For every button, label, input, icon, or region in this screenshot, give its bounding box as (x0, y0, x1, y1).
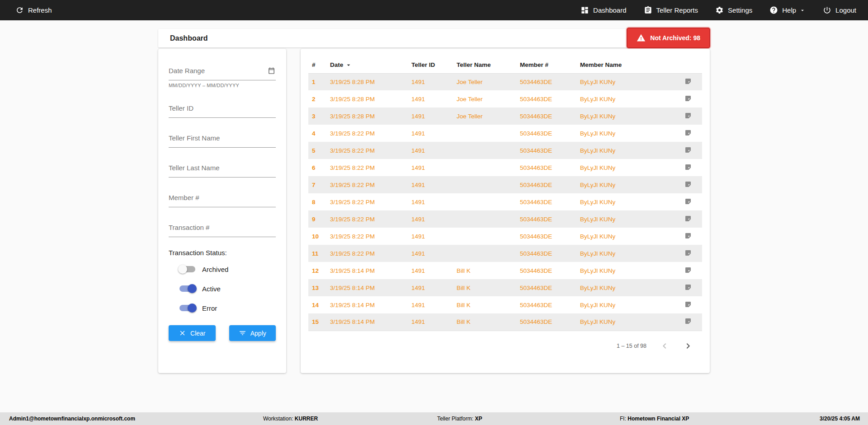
toggle-switch[interactable] (179, 266, 195, 272)
calendar-icon[interactable] (268, 67, 275, 75)
cell-member-num: 5034463DE (516, 228, 576, 245)
note-icon[interactable] (684, 129, 692, 136)
not-archived-badge[interactable]: Not Archived: 98 (627, 28, 710, 48)
cell-num: 9 (308, 210, 326, 228)
cell-date: 3/19/25 8:14 PM (326, 262, 408, 279)
note-icon[interactable] (684, 181, 692, 188)
table-row[interactable]: 3 3/19/25 8:28 PM 1491 Joe Teller 503446… (308, 107, 702, 125)
cell-member-num: 5034463DE (516, 279, 576, 296)
note-icon[interactable] (684, 112, 692, 119)
status-toggle-row[interactable]: Archived (179, 264, 276, 275)
nav-dashboard-label: Dashboard (593, 6, 626, 14)
note-icon[interactable] (684, 163, 692, 171)
table-row[interactable]: 6 3/19/25 8:22 PM 1491 5034463DE ByLyJl … (308, 159, 702, 176)
transaction-status-label: Transaction Status: (169, 249, 276, 257)
cell-teller-name: Bill K (453, 262, 516, 279)
table-row[interactable]: 14 3/19/25 8:14 PM 1491 Bill K 5034463DE… (308, 296, 702, 313)
cell-teller-name: Joe Teller (453, 90, 516, 107)
col-header-date-label: Date (330, 61, 343, 68)
table-row[interactable]: 4 3/19/25 8:22 PM 1491 5034463DE ByLyJl … (308, 125, 702, 142)
note-icon[interactable] (684, 78, 692, 85)
filter-input[interactable] (169, 62, 276, 80)
transactions-table: # Date Teller ID Teller Name Member # Me… (308, 57, 702, 331)
cell-teller-name: Joe Teller (453, 73, 516, 90)
table-row[interactable]: 11 3/19/25 8:22 PM 1491 5034463DE ByLyJl… (308, 245, 702, 262)
filter-input[interactable] (169, 189, 276, 207)
cell-teller-id: 1491 (408, 210, 453, 228)
table-row[interactable]: 7 3/19/25 8:22 PM 1491 5034463DE ByLyJl … (308, 176, 702, 193)
note-icon[interactable] (684, 318, 692, 325)
next-page-button[interactable] (683, 341, 693, 351)
cell-num: 12 (308, 262, 326, 279)
table-row[interactable]: 12 3/19/25 8:14 PM 1491 Bill K 5034463DE… (308, 262, 702, 279)
cell-date: 3/19/25 8:14 PM (326, 296, 408, 313)
cell-teller-name: Bill K (453, 279, 516, 296)
cell-num: 10 (308, 228, 326, 245)
table-row[interactable]: 1 3/19/25 8:28 PM 1491 Joe Teller 503446… (308, 73, 702, 90)
table-row[interactable]: 5 3/19/25 8:22 PM 1491 5034463DE ByLyJl … (308, 142, 702, 159)
filter-input[interactable] (169, 100, 276, 118)
nav-settings[interactable]: Settings (715, 6, 752, 14)
table-row[interactable]: 2 3/19/25 8:28 PM 1491 Joe Teller 503446… (308, 90, 702, 107)
cell-note (674, 279, 702, 296)
platform-label: Teller Platform: (437, 416, 473, 422)
table-row[interactable]: 10 3/19/25 8:22 PM 1491 5034463DE ByLyJl… (308, 228, 702, 245)
status-toggle-row[interactable]: Error (179, 303, 276, 313)
nav-logout[interactable]: Logout (823, 6, 856, 14)
cell-member-num: 5034463DE (516, 210, 576, 228)
table-row[interactable]: 15 3/19/25 8:14 PM 1491 Bill K 5034463DE… (308, 313, 702, 331)
note-icon[interactable] (684, 266, 692, 274)
cell-note (674, 107, 702, 125)
clear-button[interactable]: Clear (169, 325, 216, 341)
cell-member-name: ByLyJl KUNy (576, 125, 674, 142)
fi-label: FI: (620, 416, 626, 422)
refresh-button[interactable]: Refresh (15, 6, 52, 14)
note-icon[interactable] (684, 95, 692, 102)
cell-num: 11 (308, 245, 326, 262)
cell-date: 3/19/25 8:22 PM (326, 125, 408, 142)
filter-input[interactable] (169, 219, 276, 237)
toggle-switch[interactable] (179, 305, 195, 311)
cell-member-num: 5034463DE (516, 73, 576, 90)
note-icon[interactable] (684, 146, 692, 154)
cell-note (674, 245, 702, 262)
prev-page-button[interactable] (659, 341, 670, 351)
cell-teller-id: 1491 (408, 313, 453, 331)
cell-note (674, 176, 702, 193)
toggle-switch[interactable] (179, 285, 195, 292)
platform-value: XP (475, 416, 482, 422)
note-icon[interactable] (684, 301, 692, 308)
toggle-label: Error (202, 304, 217, 312)
cell-member-num: 5034463DE (516, 296, 576, 313)
table-header-row: # Date Teller ID Teller Name Member # Me… (308, 57, 702, 73)
filter-field (169, 130, 276, 148)
nav-teller-reports[interactable]: Teller Reports (644, 6, 698, 14)
table-row[interactable]: 8 3/19/25 8:22 PM 1491 5034463DE ByLyJl … (308, 193, 702, 210)
cell-teller-name (453, 210, 516, 228)
table-row[interactable]: 9 3/19/25 8:22 PM 1491 5034463DE ByLyJl … (308, 210, 702, 228)
refresh-icon (15, 6, 24, 14)
table-row[interactable]: 13 3/19/25 8:14 PM 1491 Bill K 5034463DE… (308, 279, 702, 296)
cell-date: 3/19/25 8:22 PM (326, 228, 408, 245)
apply-button[interactable]: Apply (229, 325, 276, 341)
cell-member-name: ByLyJl KUNy (576, 228, 674, 245)
filter-input[interactable] (169, 159, 276, 177)
filter-input[interactable] (169, 130, 276, 148)
cell-teller-name (453, 228, 516, 245)
note-icon[interactable] (684, 232, 692, 239)
note-icon[interactable] (684, 215, 692, 222)
cell-teller-id: 1491 (408, 73, 453, 90)
col-header-teller-name: Teller Name (453, 57, 516, 73)
clear-button-label: Clear (190, 330, 205, 337)
toggle-list: Archived Active Error (169, 264, 276, 313)
note-icon[interactable] (684, 249, 692, 257)
nav-dashboard[interactable]: Dashboard (580, 6, 626, 14)
col-header-date[interactable]: Date (326, 57, 408, 73)
note-icon[interactable] (684, 198, 692, 205)
nav-help[interactable]: Help (769, 6, 806, 14)
filter-field (169, 159, 276, 177)
note-icon[interactable] (684, 284, 692, 291)
cell-num: 13 (308, 279, 326, 296)
status-toggle-row[interactable]: Active (179, 283, 276, 294)
workstation-label: Workstation: (263, 416, 293, 422)
